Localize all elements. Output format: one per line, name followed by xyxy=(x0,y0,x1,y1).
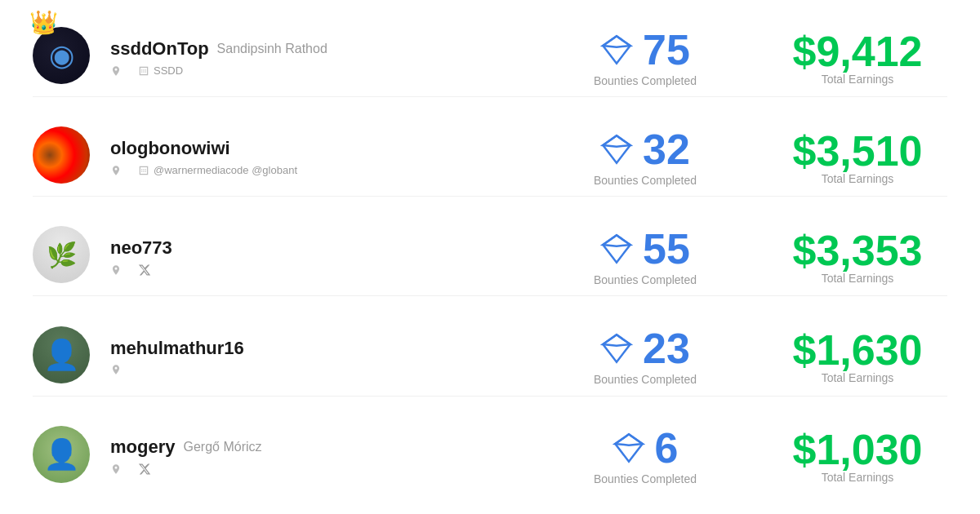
stats-section-mogery: 6Bounties Completed$1,030Total Earnings xyxy=(572,427,947,485)
user-row-olog[interactable]: ologbonowiwi @warnermediacode @globant 3… xyxy=(33,118,947,197)
bounties-count-mogery: 6 xyxy=(655,427,679,469)
earnings-label-ssdd: Total Earnings xyxy=(822,73,894,86)
earnings-block-mogery: $1,030Total Earnings xyxy=(784,428,931,484)
avatar-mogery xyxy=(33,426,90,483)
earnings-block-olog: $3,510Total Earnings xyxy=(784,130,931,185)
avatar-wrapper-neo xyxy=(33,226,94,287)
location-meta xyxy=(110,165,122,176)
earnings-amount-ssdd: $9,412 xyxy=(792,30,922,73)
earnings-block-ssdd: $9,412Total Earnings xyxy=(784,30,931,86)
location-meta xyxy=(110,463,122,475)
twitter-meta[interactable] xyxy=(138,463,151,476)
user-info-olog: ologbonowiwi @warnermediacode @globant xyxy=(94,138,572,176)
bounties-label-olog: Bounties Completed xyxy=(594,174,697,187)
location-meta xyxy=(110,65,122,77)
stats-section-olog: 32Bounties Completed$3,510Total Earnings xyxy=(572,128,947,187)
username-neo[interactable]: neo773 xyxy=(110,237,172,259)
svg-marker-4 xyxy=(603,235,630,262)
leaderboard: 👑ssddOnTopSandipsinh Rathod SSDD 75Bount… xyxy=(0,0,980,514)
user-row-mehul[interactable]: mehulmathur16 23Bounties Completed$1,630… xyxy=(33,318,947,397)
earnings-label-neo: Total Earnings xyxy=(822,272,894,285)
svg-marker-0 xyxy=(603,36,630,63)
svg-marker-2 xyxy=(603,135,630,162)
stats-section-neo: 55Bounties Completed$3,353Total Earnings xyxy=(572,228,947,286)
svg-marker-7 xyxy=(603,335,630,345)
user-info-neo: neo773 xyxy=(94,237,572,277)
bounties-count-ssdd: 75 xyxy=(643,29,690,71)
user-meta-mogery xyxy=(110,463,572,476)
avatar-neo xyxy=(33,226,90,283)
bounties-block-neo: 55Bounties Completed xyxy=(572,228,719,286)
location-meta xyxy=(110,364,122,375)
user-info-mogery: mogeryGergő Móricz xyxy=(94,436,572,476)
bounties-count-neo: 55 xyxy=(643,228,690,270)
svg-marker-9 xyxy=(615,435,642,445)
earnings-block-mehul: $1,630Total Earnings xyxy=(784,329,931,384)
earnings-amount-mehul: $1,630 xyxy=(792,329,922,371)
user-row-neo[interactable]: neo773 55Bounties Completed$3,353Total E… xyxy=(33,218,947,296)
earnings-label-mogery: Total Earnings xyxy=(822,471,894,484)
svg-marker-5 xyxy=(603,235,630,246)
svg-marker-1 xyxy=(603,36,630,47)
stats-section-mehul: 23Bounties Completed$1,630Total Earnings xyxy=(572,327,947,386)
bounties-label-mogery: Bounties Completed xyxy=(594,472,697,485)
earnings-amount-neo: $3,353 xyxy=(792,229,922,272)
avatar-wrapper-ssdd: 👑 xyxy=(33,27,94,88)
earnings-label-olog: Total Earnings xyxy=(822,172,894,185)
avatar-wrapper-mehul xyxy=(33,326,94,388)
crown-icon: 👑 xyxy=(29,9,58,36)
earnings-amount-mogery: $1,030 xyxy=(792,428,922,471)
real-name-mogery: Gergő Móricz xyxy=(183,440,261,454)
org-meta: @warnermediacode @globant xyxy=(138,164,297,176)
svg-marker-6 xyxy=(603,335,630,361)
user-row-ssdd[interactable]: 👑ssddOnTopSandipsinh Rathod SSDD 75Bount… xyxy=(33,19,947,97)
bounties-count-mehul: 23 xyxy=(643,327,690,370)
earnings-amount-olog: $3,510 xyxy=(792,130,922,172)
user-meta-neo xyxy=(110,264,572,277)
bounties-label-ssdd: Bounties Completed xyxy=(594,74,697,87)
username-olog[interactable]: ologbonowiwi xyxy=(110,138,230,159)
org-meta: SSDD xyxy=(138,64,183,77)
bounties-block-mogery: 6Bounties Completed xyxy=(572,427,719,485)
avatar-olog xyxy=(33,126,90,184)
user-info-ssdd: ssddOnTopSandipsinh Rathod SSDD xyxy=(94,38,572,77)
username-ssdd[interactable]: ssddOnTop xyxy=(110,38,209,60)
user-meta-ssdd: SSDD xyxy=(110,64,572,77)
username-mogery[interactable]: mogery xyxy=(110,436,175,458)
avatar-mehul xyxy=(33,326,90,383)
real-name-ssdd: Sandipsinh Rathod xyxy=(217,42,327,56)
earnings-block-neo: $3,353Total Earnings xyxy=(784,229,931,285)
user-info-mehul: mehulmathur16 xyxy=(94,338,572,375)
stats-section-ssdd: 75Bounties Completed$9,412Total Earnings xyxy=(572,29,947,87)
avatar-wrapper-olog xyxy=(33,126,94,188)
bounties-label-mehul: Bounties Completed xyxy=(594,373,697,386)
earnings-label-mehul: Total Earnings xyxy=(822,371,894,384)
avatar-wrapper-mogery xyxy=(33,426,94,487)
user-meta-olog: @warnermediacode @globant xyxy=(110,164,572,176)
bounties-block-ssdd: 75Bounties Completed xyxy=(572,29,719,87)
bounties-block-olog: 32Bounties Completed xyxy=(572,128,719,187)
bounties-block-mehul: 23Bounties Completed xyxy=(572,327,719,386)
bounties-label-neo: Bounties Completed xyxy=(594,273,697,286)
bounties-count-olog: 32 xyxy=(643,128,690,171)
twitter-meta[interactable] xyxy=(138,264,151,277)
username-mehul[interactable]: mehulmathur16 xyxy=(110,338,244,359)
svg-marker-3 xyxy=(603,135,630,146)
location-meta xyxy=(110,264,122,276)
user-meta-mehul xyxy=(110,364,572,375)
svg-marker-8 xyxy=(615,435,642,462)
user-row-mogery[interactable]: mogeryGergő Móricz 6Bounties Completed$1… xyxy=(33,418,947,495)
